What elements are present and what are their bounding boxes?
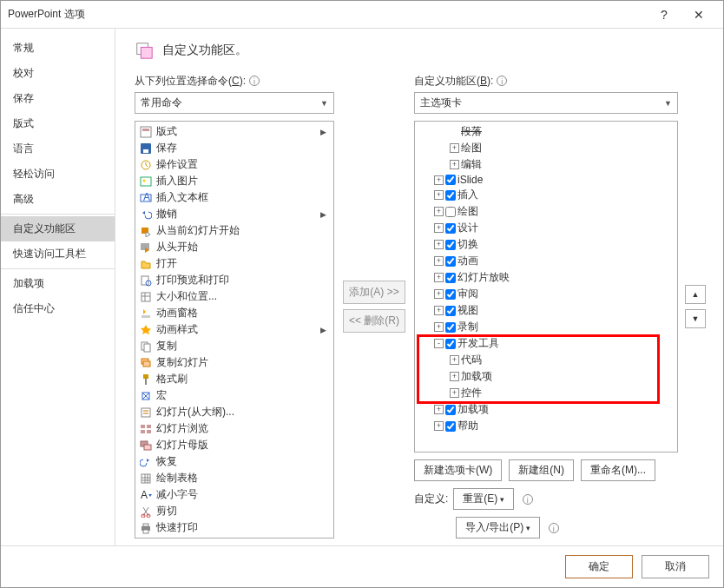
command-item[interactable]: 宏 xyxy=(135,387,333,404)
expand-toggle[interactable]: + xyxy=(434,256,444,266)
tree-item[interactable]: +帮助 xyxy=(415,418,677,434)
command-item[interactable]: 格式刷 xyxy=(135,371,333,387)
tree-item[interactable]: +审阅 xyxy=(415,286,677,302)
expand-toggle[interactable]: + xyxy=(434,207,444,216)
info-icon[interactable]: i xyxy=(549,523,559,533)
category-item[interactable]: 自定义功能区 xyxy=(1,216,115,241)
tab-checkbox[interactable] xyxy=(445,339,456,349)
category-item[interactable]: 加载项 xyxy=(1,271,115,296)
expand-toggle[interactable]: + xyxy=(450,160,459,169)
expand-toggle[interactable]: + xyxy=(450,355,459,365)
category-item[interactable]: 快速访问工具栏 xyxy=(1,241,115,267)
command-item[interactable]: 从头开始 xyxy=(135,239,333,255)
tree-item[interactable]: 段落 xyxy=(415,123,677,140)
expand-toggle[interactable]: + xyxy=(450,143,459,153)
category-item[interactable]: 信任中心 xyxy=(1,296,115,321)
tab-checkbox[interactable] xyxy=(445,175,456,185)
tab-checkbox[interactable] xyxy=(445,322,456,333)
info-icon[interactable]: i xyxy=(249,76,260,86)
command-item[interactable]: A插入文本框 xyxy=(135,189,333,206)
command-item[interactable]: 版式▶ xyxy=(135,123,333,140)
command-item[interactable]: 操作设置 xyxy=(135,156,333,173)
import-export-dropdown[interactable]: 导入/导出(P) xyxy=(456,517,540,538)
command-item[interactable]: 链接 xyxy=(135,536,333,538)
tree-item[interactable]: +录制 xyxy=(415,319,677,335)
expand-toggle[interactable]: + xyxy=(434,273,444,282)
tree-item[interactable]: +编辑 xyxy=(415,156,677,173)
category-item[interactable]: 版式 xyxy=(1,111,115,136)
info-icon[interactable]: i xyxy=(497,76,507,86)
tree-item[interactable]: +绘图 xyxy=(415,203,677,220)
choose-commands-dropdown[interactable]: 常用命令▼ xyxy=(135,92,334,114)
category-item[interactable]: 常规 xyxy=(1,36,115,61)
expand-toggle[interactable]: + xyxy=(434,322,444,332)
move-down-button[interactable]: ▼ xyxy=(685,309,706,328)
move-up-button[interactable]: ▲ xyxy=(685,285,706,304)
tree-item[interactable]: +绘图 xyxy=(415,140,677,156)
command-item[interactable]: 动画窗格 xyxy=(135,305,333,321)
command-item[interactable]: 撤销▶ xyxy=(135,206,333,222)
expand-toggle[interactable]: + xyxy=(434,190,444,200)
tab-checkbox[interactable] xyxy=(445,207,456,217)
cancel-button[interactable]: 取消 xyxy=(642,555,709,578)
command-item[interactable]: 保存 xyxy=(135,140,333,156)
command-item[interactable]: 幻灯片浏览 xyxy=(135,420,333,437)
category-item[interactable]: 校对 xyxy=(1,61,115,86)
tree-item[interactable]: -开发工具 xyxy=(415,335,677,352)
command-item[interactable]: 打印预览和打印 xyxy=(135,272,333,288)
command-item[interactable]: 复制幻灯片 xyxy=(135,354,333,371)
command-item[interactable]: 插入图片 xyxy=(135,173,333,189)
tree-item[interactable]: +视图 xyxy=(415,302,677,319)
tree-item[interactable]: +设计 xyxy=(415,220,677,236)
close-button[interactable]: ✕ xyxy=(681,8,716,22)
category-item[interactable]: 高级 xyxy=(1,187,115,212)
tree-item[interactable]: +iSlide xyxy=(415,173,677,187)
ribbon-tree[interactable]: 段落+绘图+编辑+iSlide+插入+绘图+设计+切换+动画+幻灯片放映+审阅+… xyxy=(414,121,678,453)
reset-dropdown[interactable]: 重置(E) xyxy=(453,488,514,510)
info-icon[interactable]: i xyxy=(523,494,533,505)
expand-toggle[interactable]: + xyxy=(434,223,444,233)
tree-item[interactable]: +动画 xyxy=(415,253,677,269)
expand-toggle[interactable]: + xyxy=(434,306,444,315)
category-item[interactable]: 语言 xyxy=(1,136,115,162)
tree-item[interactable]: +加载项 xyxy=(415,368,677,385)
command-item[interactable]: 剪切 xyxy=(135,503,333,519)
ok-button[interactable]: 确定 xyxy=(565,555,633,578)
tab-checkbox[interactable] xyxy=(445,256,456,267)
tree-item[interactable]: +代码 xyxy=(415,352,677,368)
tab-checkbox[interactable] xyxy=(445,306,456,316)
command-item[interactable]: 恢复 xyxy=(135,453,333,470)
tab-checkbox[interactable] xyxy=(445,289,456,300)
rename-button[interactable]: 重命名(M)... xyxy=(581,459,655,481)
tree-item[interactable]: +切换 xyxy=(415,236,677,253)
tab-checkbox[interactable] xyxy=(445,240,456,250)
tab-checkbox[interactable] xyxy=(445,190,456,201)
tree-item[interactable]: +控件 xyxy=(415,385,677,401)
command-item[interactable]: 绘制表格 xyxy=(135,470,333,486)
expand-toggle[interactable]: + xyxy=(434,421,444,431)
expand-toggle[interactable]: + xyxy=(434,405,444,414)
tab-checkbox[interactable] xyxy=(445,421,456,432)
new-group-button[interactable]: 新建组(N) xyxy=(509,459,574,481)
command-item[interactable]: 幻灯片(从大纲)... xyxy=(135,404,333,420)
category-item[interactable]: 保存 xyxy=(1,86,115,111)
ribbon-tabs-dropdown[interactable]: 主选项卡▼ xyxy=(414,92,678,114)
tree-item[interactable]: +加载项 xyxy=(415,401,677,418)
remove-button[interactable]: << 删除(R) xyxy=(343,309,405,333)
expand-toggle[interactable]: + xyxy=(450,388,459,398)
command-item[interactable]: 从当前幻灯片开始 xyxy=(135,222,333,239)
tab-checkbox[interactable] xyxy=(445,273,456,283)
expand-toggle[interactable]: + xyxy=(434,240,444,249)
expand-toggle[interactable]: + xyxy=(450,372,459,381)
command-item[interactable]: 动画样式▶ xyxy=(135,321,333,338)
command-item[interactable]: 快速打印 xyxy=(135,519,333,536)
add-button[interactable]: 添加(A) >> xyxy=(343,281,405,304)
expand-toggle[interactable]: + xyxy=(434,175,444,185)
category-item[interactable]: 轻松访问 xyxy=(1,162,115,187)
command-item[interactable]: 打开 xyxy=(135,255,333,272)
expand-toggle[interactable]: - xyxy=(434,339,444,348)
command-item[interactable]: A减小字号 xyxy=(135,486,333,503)
tree-item[interactable]: +幻灯片放映 xyxy=(415,269,677,286)
new-tab-button[interactable]: 新建选项卡(W) xyxy=(414,459,502,481)
command-item[interactable]: 复制 xyxy=(135,338,333,354)
